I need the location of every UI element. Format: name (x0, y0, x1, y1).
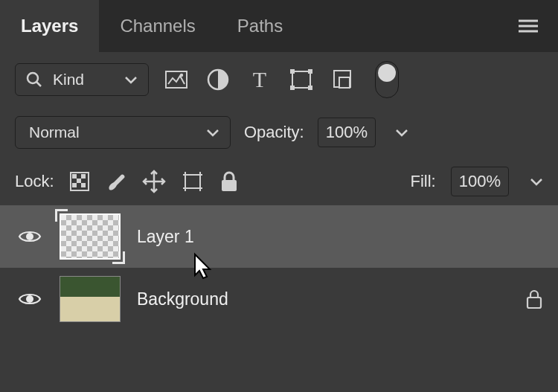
tab-paths[interactable]: Paths (217, 0, 304, 52)
lock-artboard-icon[interactable] (181, 170, 205, 193)
svg-point-30 (26, 233, 33, 240)
layer-thumbnail[interactable] (60, 213, 121, 260)
svg-rect-9 (292, 71, 310, 88)
svg-rect-18 (81, 174, 86, 179)
svg-rect-15 (339, 77, 350, 88)
filter-smartobject-icon[interactable] (329, 65, 357, 94)
svg-rect-13 (308, 86, 312, 90)
svg-rect-32 (527, 298, 541, 308)
panel-menu-icon[interactable] (510, 8, 546, 44)
fill-value: 100% (459, 172, 501, 191)
opacity-label: Opacity: (244, 123, 304, 142)
svg-rect-24 (185, 175, 200, 188)
svg-rect-12 (290, 86, 295, 90)
search-icon (26, 71, 42, 88)
filter-pixel-icon[interactable] (162, 65, 190, 94)
layer-name[interactable]: Layer 1 (137, 227, 194, 247)
visibility-toggle[interactable] (16, 228, 43, 245)
filter-type-icon[interactable]: T (246, 65, 274, 94)
lock-row: Lock: Fill: 100% (0, 158, 558, 205)
svg-text:T: T (253, 69, 266, 90)
svg-point-6 (180, 74, 183, 77)
lock-paint-icon[interactable] (105, 170, 127, 193)
svg-rect-5 (166, 71, 187, 88)
filter-row: Kind T (0, 52, 558, 107)
toggle-thumb (378, 64, 396, 82)
fill-label: Fill: (411, 172, 436, 191)
opacity-field[interactable]: 100% (318, 118, 376, 147)
layer-row[interactable]: Background (0, 268, 558, 330)
opacity-value: 100% (326, 123, 368, 142)
layer-row[interactable]: Layer 1 (0, 205, 558, 268)
layer-thumbnail[interactable] (60, 276, 121, 322)
svg-rect-19 (77, 179, 81, 183)
visibility-toggle[interactable] (16, 291, 43, 307)
filter-kind-label: Kind (53, 71, 84, 89)
blend-mode-dropdown[interactable]: Normal (15, 116, 231, 149)
filter-adjustment-icon[interactable] (204, 65, 232, 94)
chevron-down-icon[interactable] (395, 128, 408, 137)
lock-all-icon[interactable] (219, 170, 239, 193)
svg-rect-29 (222, 180, 237, 191)
panel-tabs: Layers Channels Paths (0, 0, 558, 52)
filter-toggle[interactable] (375, 61, 399, 98)
lock-label: Lock: (15, 172, 54, 191)
svg-rect-17 (72, 174, 77, 179)
svg-rect-11 (308, 69, 312, 74)
svg-rect-20 (72, 183, 77, 187)
layer-lock-icon[interactable] (525, 289, 543, 309)
svg-rect-21 (81, 183, 86, 187)
layer-name[interactable]: Background (137, 289, 228, 309)
lock-transparent-icon[interactable] (69, 171, 90, 192)
layers-panel: Layers Channels Paths Kind T (0, 0, 558, 392)
fill-field[interactable]: 100% (451, 167, 509, 196)
svg-point-3 (28, 73, 38, 83)
chevron-down-icon[interactable] (530, 177, 543, 186)
lock-position-icon[interactable] (142, 170, 166, 193)
tab-layers[interactable]: Layers (0, 0, 99, 52)
layers-list: Layer 1 Background (0, 205, 558, 330)
svg-point-31 (26, 295, 33, 303)
chevron-down-icon (206, 128, 219, 137)
chevron-down-icon (124, 75, 138, 84)
filter-kind-dropdown[interactable]: Kind (15, 63, 149, 96)
filter-shape-icon[interactable] (287, 65, 315, 94)
blend-mode-value: Normal (29, 123, 80, 141)
svg-line-4 (36, 82, 41, 86)
svg-rect-10 (290, 69, 295, 74)
tab-channels[interactable]: Channels (99, 0, 216, 52)
blend-row: Normal Opacity: 100% (0, 107, 558, 158)
